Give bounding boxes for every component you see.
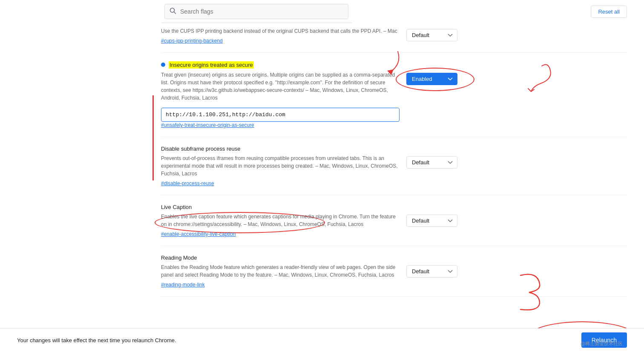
live-caption-desc: Enables the live caption feature which g… bbox=[161, 213, 400, 228]
flag-controls-cups: Use the CUPS IPP printing backend instea… bbox=[161, 27, 627, 44]
flag-left-reading-mode: Enables the Reading Mode feature which g… bbox=[161, 263, 400, 288]
main-content: Use the CUPS IPP printing backend instea… bbox=[0, 23, 644, 331]
cups-desc: Use the CUPS IPP printing backend instea… bbox=[161, 27, 400, 35]
subframe-dropdown[interactable]: Default Enabled Disabled bbox=[406, 156, 457, 169]
flag-right-reading-mode: Default Enabled Disabled bbox=[406, 265, 457, 278]
insecure-origins-input[interactable] bbox=[161, 108, 400, 122]
flag-controls-subframe: Prevents out-of-process iframes from reu… bbox=[161, 155, 627, 186]
insecure-link[interactable]: #unsafely-treat-insecure-origin-as-secur… bbox=[161, 122, 254, 128]
subframe-title: Disable subframe process reuse bbox=[161, 146, 240, 152]
flag-right-insecure: Enabled Default Disabled bbox=[406, 73, 457, 85]
bottom-bar-text: Your changes will take effect the next t… bbox=[17, 337, 176, 343]
live-caption-dropdown[interactable]: Default Enabled Disabled bbox=[406, 215, 457, 227]
cups-link[interactable]: #cups-ipp-printing-backend bbox=[161, 38, 223, 44]
reading-mode-title-row: Reading Mode bbox=[161, 255, 627, 261]
flag-item-insecure: Insecure origins treated as secure Treat… bbox=[161, 53, 627, 137]
flag-controls-insecure: Treat given (insecure) origins as secure… bbox=[161, 71, 627, 128]
flag-controls-reading-mode: Enables the Reading Mode feature which g… bbox=[161, 263, 627, 288]
reset-all-button[interactable]: Reset all bbox=[591, 6, 627, 18]
flag-left-insecure: Treat given (insecure) origins as secure… bbox=[161, 71, 400, 128]
flag-left-cups: Use the CUPS IPP printing backend instea… bbox=[161, 27, 400, 44]
reading-mode-desc: Enables the Reading Mode feature which g… bbox=[161, 263, 400, 279]
insecure-title: Insecure origins treated as secure bbox=[169, 61, 254, 69]
watermark: @稀土掘金技术社区 bbox=[581, 341, 623, 347]
search-input[interactable] bbox=[164, 4, 348, 19]
flag-right-subframe: Default Enabled Disabled bbox=[406, 156, 457, 169]
reading-mode-dropdown[interactable]: Default Enabled Disabled bbox=[406, 265, 457, 278]
dropdown-oval-wrapper: Enabled Default Disabled bbox=[406, 73, 457, 85]
live-caption-title: Live Caption bbox=[161, 204, 192, 210]
insecure-desc: Treat given (insecure) origins as secure… bbox=[161, 71, 400, 102]
flag-item-reading-mode: Reading Mode Enables the Reading Mode fe… bbox=[161, 246, 627, 297]
flag-left-live-caption: Enables the live caption feature which g… bbox=[161, 213, 400, 237]
subframe-title-row: Disable subframe process reuse bbox=[161, 146, 627, 152]
subframe-link[interactable]: #disable-process-reuse bbox=[161, 180, 214, 186]
flag-right-live-caption: Default Enabled Disabled bbox=[406, 215, 457, 227]
input-wrapper bbox=[161, 104, 400, 122]
flag-right-cups: Default Enabled Disabled bbox=[406, 29, 457, 41]
flag-item-cups: Use the CUPS IPP printing backend instea… bbox=[161, 23, 627, 53]
reading-mode-link[interactable]: #reading-mode-link bbox=[161, 282, 205, 288]
flag-left-subframe: Prevents out-of-process iframes from reu… bbox=[161, 155, 400, 186]
flag-item-live-caption: Live Caption Enables the live caption fe… bbox=[161, 195, 627, 246]
live-caption-title-row: Live Caption bbox=[161, 204, 627, 210]
insecure-title-row: Insecure origins treated as secure bbox=[161, 61, 627, 69]
cups-dropdown[interactable]: Default Enabled Disabled bbox=[406, 29, 457, 41]
insecure-dot bbox=[161, 63, 165, 67]
left-bar-decoration bbox=[152, 95, 154, 180]
reading-mode-title: Reading Mode bbox=[161, 255, 197, 261]
flag-controls-live-caption: Enables the live caption feature which g… bbox=[161, 213, 627, 237]
bottom-bar: Your changes will take effect the next t… bbox=[0, 328, 644, 352]
live-caption-link[interactable]: #enable-accessibility-live-caption bbox=[161, 231, 236, 237]
flag-item-subframe: Disable subframe process reuse Prevents … bbox=[161, 137, 627, 195]
reset-all-container: Reset all bbox=[591, 0, 627, 23]
search-bar-container bbox=[161, 0, 352, 23]
insecure-dropdown[interactable]: Enabled Default Disabled bbox=[406, 73, 457, 85]
subframe-desc: Prevents out-of-process iframes from reu… bbox=[161, 155, 400, 177]
